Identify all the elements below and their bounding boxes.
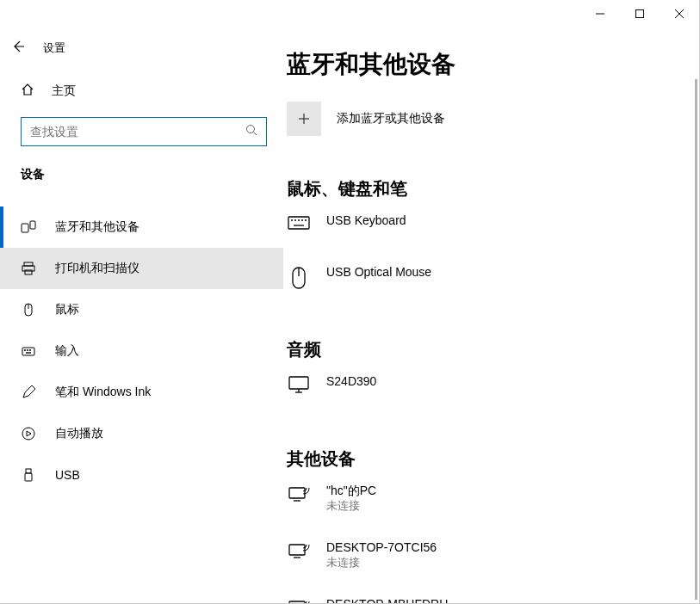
device-row[interactable]: "hc"的PC 未连接 [287,483,687,514]
pc-wireless-icon [287,541,311,565]
maximize-button[interactable] [620,0,660,28]
svg-rect-19 [26,469,31,473]
keyboard-icon [21,343,36,359]
search-icon [245,124,257,139]
nav-label: 自动播放 [55,426,103,441]
home-row[interactable]: 主页 [0,74,283,108]
svg-rect-35 [289,488,305,498]
section-title-audio: 音频 [287,338,687,361]
search-input[interactable] [30,125,245,139]
nav-item-mouse[interactable]: 鼠标 [0,289,283,330]
svg-point-4 [247,126,255,133]
printer-icon [21,261,36,276]
nav-item-pen[interactable]: 笔和 Windows Ink [0,372,283,413]
svg-line-5 [254,133,257,136]
device-row[interactable]: DESKTOP-7OTCI56 未连接 [287,539,687,570]
svg-rect-20 [25,473,32,481]
device-row[interactable]: USB Optical Mouse [287,264,687,290]
svg-point-18 [22,428,34,440]
pc-wireless-icon [287,598,311,603]
nav-label: 蓝牙和其他设备 [55,219,139,235]
search-box[interactable] [21,117,267,146]
svg-rect-32 [289,377,308,389]
device-label: S24D390 [326,373,376,389]
autoplay-icon [21,426,36,441]
back-icon[interactable] [10,39,26,58]
add-device-row[interactable]: 添加蓝牙或其他设备 [287,102,687,136]
device-label: DESKTOP-7OTCI56 [326,539,437,555]
nav-label: 笔和 Windows Ink [55,385,151,400]
svg-rect-23 [288,217,309,229]
nav-label: 打印机和扫描仪 [55,261,139,276]
svg-rect-39 [289,601,305,603]
pc-wireless-icon [287,484,311,508]
keyboard-device-icon [287,214,311,238]
svg-rect-8 [24,262,33,266]
pen-icon [21,385,36,400]
device-label: USB Keyboard [326,213,406,228]
settings-window: 设置 主页 设备 [0,0,700,604]
nav-list: 蓝牙和其他设备 打印机和扫描仪 鼠标 [0,206,283,496]
nav-item-autoplay[interactable]: 自动播放 [0,413,283,454]
svg-rect-7 [30,221,35,229]
section-title-other: 其他设备 [287,447,687,471]
home-label: 主页 [52,83,76,99]
device-label: DESKTOP-MBHFDRU [326,596,448,603]
scrollbar[interactable] [695,79,697,600]
mouse-icon [21,302,36,317]
nav-label: 输入 [55,343,79,359]
close-button[interactable] [660,0,699,28]
device-label: "hc"的PC [326,483,376,498]
monitor-icon [287,375,311,399]
category-header: 设备 [0,155,283,191]
window-title: 设置 [43,40,65,56]
nav-label: 鼠标 [55,302,79,317]
nav-item-usb[interactable]: USB [0,454,283,496]
content-area: 蓝牙和其他设备 添加蓝牙或其他设备 鼠标、键盘和笔 USB Keyboard [283,28,699,603]
device-row[interactable]: S24D390 [287,373,687,399]
page-title: 蓝牙和其他设备 [287,48,687,81]
usb-icon [21,467,36,483]
svg-rect-6 [22,224,28,232]
nav-item-bluetooth[interactable]: 蓝牙和其他设备 [0,206,283,248]
titlebar [0,0,699,28]
device-status: 未连接 [326,555,437,570]
device-row[interactable]: DESKTOP-MBHFDRU [287,596,687,603]
nav-item-printers[interactable]: 打印机和扫描仪 [0,248,283,289]
device-row[interactable]: USB Keyboard [287,213,687,238]
add-device-label: 添加蓝牙或其他设备 [337,111,445,126]
svg-rect-1 [636,10,644,18]
nav-label: USB [55,468,80,482]
device-status: 未连接 [326,498,376,514]
svg-rect-37 [289,545,305,555]
bluetooth-devices-icon [21,219,36,235]
section-title-input: 鼠标、键盘和笔 [287,177,687,200]
mouse-device-icon [287,266,311,290]
nav-item-typing[interactable]: 输入 [0,330,283,372]
device-label: USB Optical Mouse [326,264,431,280]
minimize-button[interactable] [580,0,620,28]
sidebar: 设置 主页 设备 [0,28,283,603]
home-icon [21,83,34,100]
svg-rect-13 [22,348,34,355]
plus-icon [287,102,321,136]
